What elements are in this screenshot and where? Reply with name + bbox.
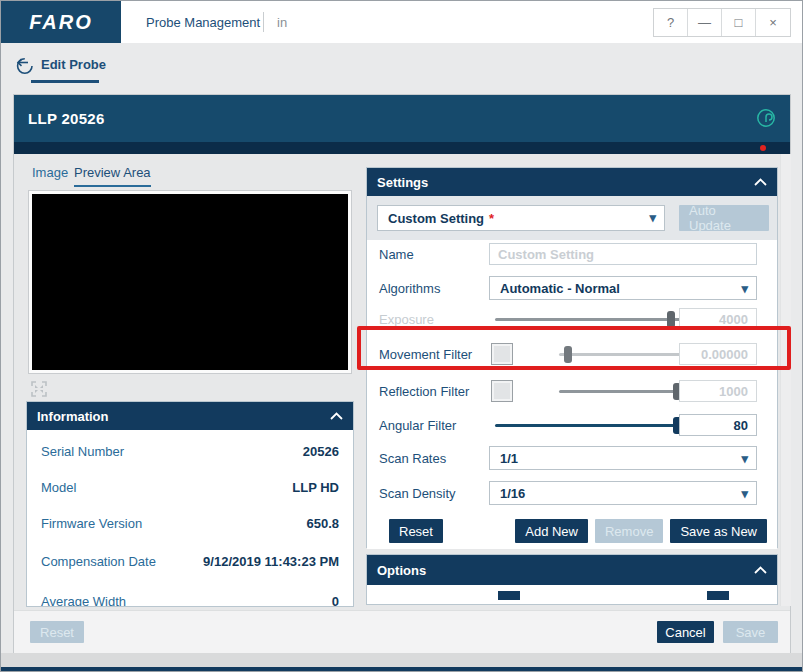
tab-divider <box>263 12 264 32</box>
footer-reset-button[interactable]: Reset <box>30 621 84 643</box>
settings-header[interactable]: Settings <box>367 168 777 196</box>
options-title: Options <box>377 563 426 578</box>
reflection-filter-value: 1000 <box>679 380 757 402</box>
scan-rates-label: Scan Rates <box>379 451 479 466</box>
edit-probe-title[interactable]: Edit Probe <box>41 57 106 72</box>
fullscreen-icon[interactable] <box>30 380 48 398</box>
option-toggle[interactable] <box>498 591 520 600</box>
cancel-button[interactable]: Cancel <box>657 621 714 643</box>
probe-header-strip <box>14 142 790 154</box>
info-value: 9/12/2019 11:43:23 PM <box>203 554 339 569</box>
faro-logo: FARO <box>1 1 121 43</box>
footer-bar: Reset Cancel Save <box>14 610 790 653</box>
add-new-button[interactable]: Add New <box>515 519 588 543</box>
slider-handle[interactable] <box>564 346 572 363</box>
options-body <box>367 585 777 605</box>
scan-density-value: 1/16 <box>500 486 525 501</box>
option-toggle[interactable] <box>707 591 729 600</box>
movement-filter-value: 0.00000 <box>679 343 757 365</box>
info-label: Compensation Date <box>41 554 156 569</box>
movement-filter-label: Movement Filter <box>379 347 479 362</box>
breadcrumb: Edit Probe <box>1 43 803 94</box>
save-as-new-button[interactable]: Save as New <box>670 519 767 543</box>
movement-filter-slider[interactable] <box>559 345 685 363</box>
options-panel: Options <box>366 554 778 605</box>
back-arrow-icon[interactable] <box>15 56 35 76</box>
scan-rates-row: Scan Rates 1/1 ▾ <box>379 446 767 470</box>
info-value: LLP HD <box>292 480 339 495</box>
save-button[interactable]: Save <box>723 621 778 643</box>
minimize-button[interactable]: — <box>688 9 722 36</box>
information-title: Information <box>37 409 109 424</box>
bottom-strip <box>1 653 803 667</box>
info-value: 0 <box>332 594 339 608</box>
probe-status-icon <box>756 108 776 128</box>
information-body: Serial Number 20526 Model LLP HD Firmwar… <box>27 430 353 607</box>
name-input[interactable] <box>489 243 757 265</box>
information-panel: Information Serial Number 20526 Model LL… <box>26 401 354 607</box>
probe-card: LLP 20526 Image Preview Area Information <box>13 94 791 653</box>
settings-panel: Settings Custom Setting * ▾ Auto Update … <box>366 167 778 548</box>
slider-track <box>559 353 685 356</box>
exposure-row: Exposure 4000 <box>379 307 767 331</box>
chevron-up-icon[interactable] <box>754 566 767 574</box>
bottom-accent-line <box>1 667 803 671</box>
settings-title: Settings <box>377 175 428 190</box>
chevron-down-icon: ▾ <box>741 451 748 466</box>
options-header[interactable]: Options <box>367 555 777 585</box>
alert-dot-icon <box>760 145 766 151</box>
settings-reset-button[interactable]: Reset <box>389 519 443 543</box>
settings-button-group: Add New Remove Save as New <box>515 519 767 543</box>
help-button[interactable]: ? <box>654 9 688 36</box>
slider-track <box>495 424 683 427</box>
info-row-serial: Serial Number 20526 <box>41 440 339 462</box>
settings-body: Custom Setting * ▾ Auto Update Name Algo… <box>367 196 777 549</box>
angular-filter-slider[interactable] <box>495 416 683 434</box>
preset-dropdown[interactable]: Custom Setting * ▾ <box>377 205 665 231</box>
chevron-down-icon: ▾ <box>741 486 748 501</box>
info-row-model: Model LLP HD <box>41 476 339 498</box>
close-button[interactable]: × <box>756 9 790 36</box>
tab-probe-management[interactable]: Probe Management <box>146 1 260 43</box>
tab-image[interactable]: Image <box>32 165 68 180</box>
reflection-filter-slider[interactable] <box>559 382 685 400</box>
faro-logo-text: FARO <box>29 11 93 34</box>
info-row-average-width: Average Width 0 <box>41 590 339 607</box>
breadcrumb-underline <box>31 80 99 83</box>
reflection-filter-label: Reflection Filter <box>379 384 479 399</box>
tab-in[interactable]: in <box>277 1 287 43</box>
reflection-filter-row: Reflection Filter 1000 <box>379 379 767 403</box>
algorithms-dropdown[interactable]: Automatic - Normal ▾ <box>489 276 757 300</box>
preview-canvas[interactable] <box>29 191 351 373</box>
vertical-scrollbar[interactable] <box>780 154 791 606</box>
angular-filter-label: Angular Filter <box>379 418 479 433</box>
movement-filter-checkbox[interactable] <box>491 343 513 365</box>
chevron-up-icon[interactable] <box>330 412 343 420</box>
scan-density-label: Scan Density <box>379 486 479 501</box>
tab-preview-area[interactable]: Preview Area <box>74 165 151 187</box>
slider-track <box>559 390 685 393</box>
auto-update-button[interactable]: Auto Update <box>679 205 769 231</box>
angular-filter-value: 80 <box>679 414 757 436</box>
name-label: Name <box>379 247 479 262</box>
slider-track <box>495 318 683 321</box>
required-mark: * <box>489 211 494 226</box>
scan-rates-dropdown[interactable]: 1/1 ▾ <box>489 446 757 470</box>
maximize-button[interactable]: □ <box>722 9 756 36</box>
reflection-filter-checkbox[interactable] <box>491 380 513 402</box>
preset-row: Custom Setting * ▾ Auto Update <box>367 196 777 240</box>
chevron-down-icon: ▾ <box>649 210 656 225</box>
scan-rates-value: 1/1 <box>500 451 518 466</box>
exposure-slider[interactable] <box>495 310 683 328</box>
algorithms-row: Algorithms Automatic - Normal ▾ <box>379 276 767 300</box>
scan-density-dropdown[interactable]: 1/16 ▾ <box>489 481 757 505</box>
probe-title: LLP 20526 <box>28 110 105 127</box>
slider-handle[interactable] <box>667 311 675 328</box>
info-label: Average Width <box>41 594 126 608</box>
info-label: Firmware Version <box>41 516 142 531</box>
information-header[interactable]: Information <box>27 402 353 430</box>
remove-button[interactable]: Remove <box>595 519 663 543</box>
app-window: FARO Probe Management in ? — □ × Edit Pr… <box>0 0 803 672</box>
angular-filter-row: Angular Filter 80 <box>379 413 767 437</box>
chevron-up-icon[interactable] <box>754 178 767 186</box>
